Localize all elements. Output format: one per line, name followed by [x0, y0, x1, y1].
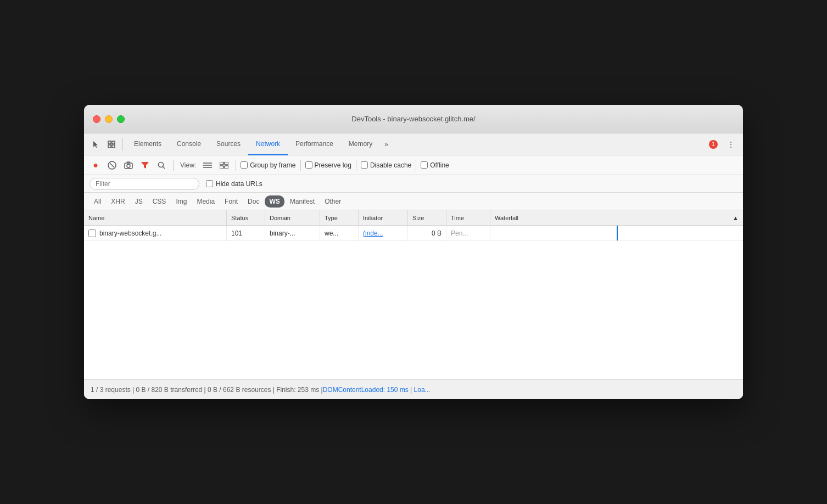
type-btn-font[interactable]: Font — [220, 195, 242, 208]
title-bar: DevTools - binary-websocket.glitch.me/ — [84, 105, 743, 133]
svg-rect-3 — [112, 145, 115, 148]
tab-sources[interactable]: Sources — [209, 133, 248, 155]
filter-icon-button[interactable] — [138, 158, 152, 172]
type-btn-doc[interactable]: Doc — [243, 195, 264, 208]
more-tabs-button[interactable]: » — [380, 133, 393, 155]
network-table: Name Status Domain Type Initiator Size — [84, 210, 743, 379]
tab-performance[interactable]: Performance — [288, 133, 341, 155]
svg-line-9 — [163, 166, 165, 169]
svg-rect-13 — [220, 162, 223, 165]
type-btn-xhr[interactable]: XHR — [107, 195, 129, 208]
offline-label: Offline — [430, 161, 449, 169]
close-button[interactable] — [93, 115, 100, 123]
tabs-right-area: 1 ⋮ — [706, 137, 739, 152]
td-type: we... — [320, 226, 359, 240]
disable-cache-checkbox[interactable] — [361, 161, 368, 169]
camera-button[interactable] — [121, 158, 136, 172]
svg-rect-2 — [108, 145, 111, 148]
offline-checkbox[interactable] — [421, 161, 428, 169]
type-btn-ws[interactable]: WS — [265, 195, 284, 208]
group-by-frame-check[interactable]: Group by frame — [241, 161, 295, 169]
th-waterfall[interactable]: Waterfall ▲ — [490, 210, 743, 225]
svg-rect-15 — [220, 166, 223, 169]
td-initiator: (inde... — [359, 226, 408, 240]
td-status: 101 — [227, 226, 265, 240]
th-size[interactable]: Size — [408, 210, 446, 225]
toolbar-sep-1 — [173, 160, 174, 171]
errors-button[interactable]: 1 — [706, 137, 721, 152]
type-btn-img[interactable]: Img — [171, 195, 191, 208]
tab-separator-left — [122, 138, 123, 151]
group-by-frame-label: Group by frame — [250, 161, 295, 169]
svg-rect-0 — [108, 141, 111, 144]
toolbar-sep-5 — [416, 160, 416, 171]
td-name: binary-websocket.g... — [84, 226, 227, 240]
tab-elements[interactable]: Elements — [126, 133, 169, 155]
td-size: 0 B — [408, 226, 446, 240]
inspect-icon[interactable] — [104, 137, 119, 152]
tab-console[interactable]: Console — [169, 133, 209, 155]
svg-point-8 — [159, 162, 164, 167]
status-separator: | — [409, 386, 414, 394]
th-name[interactable]: Name — [84, 210, 227, 225]
hide-data-urls-group[interactable]: Hide data URLs — [206, 180, 262, 188]
view-label: View: — [180, 161, 196, 169]
waterfall-line — [617, 226, 618, 240]
row-select-checkbox[interactable] — [88, 229, 96, 237]
preserve-log-checkbox[interactable] — [305, 161, 312, 169]
filter-input-wrap — [90, 178, 199, 190]
clear-button[interactable] — [105, 158, 119, 172]
search-button[interactable] — [154, 158, 169, 172]
tree-view-button[interactable] — [217, 158, 231, 172]
td-waterfall — [490, 226, 743, 240]
toolbar-sep-3 — [300, 160, 301, 171]
tab-network[interactable]: Network — [248, 133, 288, 155]
offline-check[interactable]: Offline — [421, 161, 449, 169]
preserve-log-label: Preserve log — [315, 161, 351, 169]
svg-point-7 — [127, 164, 130, 167]
list-view-button[interactable] — [200, 158, 215, 172]
svg-rect-1 — [112, 141, 115, 144]
devtools-settings-button[interactable]: ⋮ — [723, 137, 739, 152]
record-icon: ● — [93, 160, 98, 170]
status-text: 1 / 3 requests | 0 B / 820 B transferred… — [91, 386, 323, 394]
type-btn-media[interactable]: Media — [192, 195, 219, 208]
dom-content-loaded-link[interactable]: DOMContentLoaded: 150 ms — [323, 386, 409, 394]
load-link[interactable]: Loa... — [414, 386, 431, 394]
sort-arrow-icon: ▲ — [733, 215, 739, 221]
toolbar-sep-4 — [356, 160, 356, 171]
minimize-button[interactable] — [105, 115, 113, 123]
hide-data-urls-label: Hide data URLs — [216, 180, 262, 188]
hide-data-urls-checkbox[interactable] — [206, 180, 213, 187]
th-initiator[interactable]: Initiator — [359, 210, 408, 225]
maximize-button[interactable] — [117, 115, 125, 123]
table-row[interactable]: binary-websocket.g... 101 binary-... we.… — [84, 226, 743, 241]
tab-memory[interactable]: Memory — [341, 133, 380, 155]
traffic-lights — [93, 115, 125, 123]
th-status[interactable]: Status — [227, 210, 265, 225]
type-btn-js[interactable]: JS — [131, 195, 147, 208]
disable-cache-check[interactable]: Disable cache — [361, 161, 411, 169]
table-header: Name Status Domain Type Initiator Size — [84, 210, 743, 226]
svg-rect-16 — [225, 166, 228, 169]
th-time[interactable]: Time — [446, 210, 490, 225]
table-body: binary-websocket.g... 101 binary-... we.… — [84, 226, 743, 379]
filter-row: Hide data URLs — [84, 175, 743, 193]
th-type[interactable]: Type — [320, 210, 359, 225]
network-toolbar: ● — [84, 155, 743, 175]
type-btn-css[interactable]: CSS — [148, 195, 171, 208]
type-btn-other[interactable]: Other — [320, 195, 345, 208]
td-domain: binary-... — [265, 226, 320, 240]
type-btn-manifest[interactable]: Manifest — [286, 195, 319, 208]
svg-line-5 — [110, 163, 114, 167]
type-btn-all[interactable]: All — [90, 195, 105, 208]
cursor-icon[interactable] — [88, 137, 104, 152]
window-title: DevTools - binary-websocket.glitch.me/ — [351, 115, 475, 123]
th-domain[interactable]: Domain — [265, 210, 320, 225]
type-filter-row: All XHR JS CSS Img Media Font Doc — [84, 193, 743, 210]
group-by-frame-checkbox[interactable] — [241, 161, 248, 169]
filter-input[interactable] — [96, 180, 193, 188]
record-button[interactable]: ● — [88, 158, 103, 172]
svg-rect-14 — [225, 162, 228, 165]
preserve-log-check[interactable]: Preserve log — [305, 161, 351, 169]
